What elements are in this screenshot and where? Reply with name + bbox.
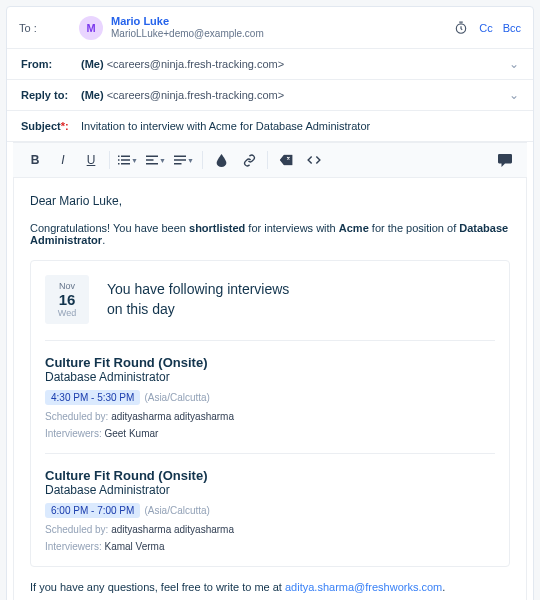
align-button[interactable]: ▼: [144, 149, 168, 171]
svg-rect-12: [174, 163, 182, 165]
interview-card: Nov 16 Wed You have following interviews…: [30, 260, 510, 567]
editor-toolbar: B I U ▼ ▼ ▼: [13, 142, 527, 178]
separator: [109, 151, 110, 169]
separator: [267, 151, 268, 169]
recipient-name: Mario Luke: [111, 15, 264, 28]
reply-to-field[interactable]: Reply to: (Me) <careers@ninja.fresh-trac…: [7, 80, 533, 111]
link-button[interactable]: [237, 149, 261, 171]
svg-rect-10: [174, 156, 186, 158]
comment-button[interactable]: [493, 149, 517, 171]
time-badge: 4:30 PM - 5:30 PM: [45, 390, 140, 405]
subject-label: Subject*:: [21, 120, 81, 132]
svg-rect-7: [146, 156, 158, 158]
italic-button[interactable]: I: [51, 149, 75, 171]
svg-rect-5: [118, 163, 120, 165]
footer-text: If you have any questions, feel free to …: [30, 581, 510, 593]
card-headline: You have following interviews on this da…: [107, 280, 289, 319]
from-label: From:: [21, 58, 81, 70]
interview-item: Culture Fit Round (Onsite) Database Admi…: [45, 468, 495, 552]
reply-to-label: Reply to:: [21, 89, 81, 101]
separator: [202, 151, 203, 169]
chevron-down-icon[interactable]: ⌄: [509, 57, 519, 71]
recipient-chip[interactable]: M Mario Luke MarioLLuke+demo@example.com: [79, 15, 453, 40]
compose-panel: To : M Mario Luke MarioLLuke+demo@exampl…: [6, 6, 534, 600]
chevron-down-icon[interactable]: ⌄: [509, 88, 519, 102]
intro-text: Congratulations! You have been shortlist…: [30, 222, 510, 246]
color-button[interactable]: [209, 149, 233, 171]
date-badge: Nov 16 Wed: [45, 275, 89, 324]
bold-button[interactable]: B: [23, 149, 47, 171]
svg-rect-2: [121, 156, 130, 158]
format-button[interactable]: ▼: [172, 149, 196, 171]
code-button[interactable]: [302, 149, 326, 171]
svg-rect-4: [121, 159, 130, 161]
to-label: To :: [19, 22, 79, 34]
svg-rect-8: [146, 159, 154, 161]
contact-link[interactable]: aditya.sharma@freshworks.com: [285, 581, 442, 593]
recipient-email: MarioLLuke+demo@example.com: [111, 28, 264, 40]
greeting: Dear Mario Luke,: [30, 194, 510, 208]
to-field[interactable]: To : M Mario Luke MarioLLuke+demo@exampl…: [7, 7, 533, 49]
timer-icon[interactable]: [453, 20, 469, 36]
list-button[interactable]: ▼: [116, 149, 140, 171]
bcc-button[interactable]: Bcc: [503, 22, 521, 34]
subject-field[interactable]: Subject*: Invitation to interview with A…: [7, 111, 533, 142]
svg-rect-1: [118, 156, 120, 158]
avatar: M: [79, 16, 103, 40]
interview-item: Culture Fit Round (Onsite) Database Admi…: [45, 355, 495, 454]
underline-button[interactable]: U: [79, 149, 103, 171]
svg-rect-9: [146, 163, 158, 165]
svg-rect-3: [118, 159, 120, 161]
svg-rect-11: [174, 159, 186, 161]
email-body[interactable]: Dear Mario Luke, Congratulations! You ha…: [13, 178, 527, 600]
svg-rect-6: [121, 163, 130, 165]
time-badge: 6:00 PM - 7:00 PM: [45, 503, 140, 518]
subject-value: Invitation to interview with Acme for Da…: [81, 120, 370, 132]
from-field[interactable]: From: (Me) <careers@ninja.fresh-tracking…: [7, 49, 533, 80]
cc-button[interactable]: Cc: [479, 22, 492, 34]
clear-format-button[interactable]: [274, 149, 298, 171]
